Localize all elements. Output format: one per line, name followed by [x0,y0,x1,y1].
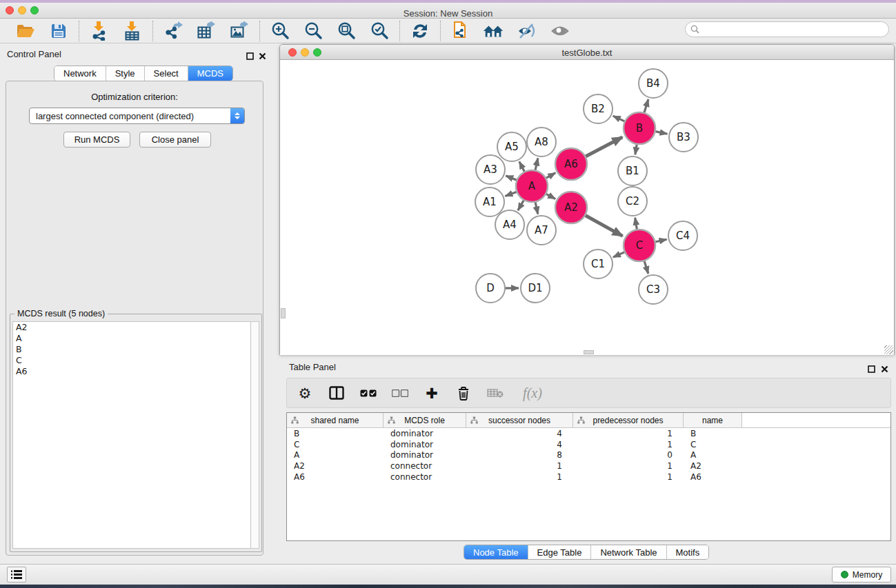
task-history-button[interactable] [7,567,26,582]
function-builder-icon[interactable]: f(x) [519,385,546,401]
float-panel-icon[interactable] [246,50,254,63]
open-file-icon[interactable] [14,21,37,41]
import-network-icon[interactable] [88,21,110,41]
table-float-panel-icon[interactable] [868,363,875,376]
network-resize-grip[interactable] [884,345,893,354]
tab-select[interactable]: Select [145,66,188,81]
table-row[interactable]: A6connector11A6 [287,472,890,483]
node-A6[interactable]: A6 [555,148,587,180]
save-session-icon[interactable] [48,21,70,41]
tab-style[interactable]: Style [106,66,145,81]
node-D1[interactable]: D1 [521,274,550,303]
network-vertical-scroll-indicator[interactable] [281,308,286,318]
export-table-icon[interactable] [195,21,217,41]
table-row[interactable]: Bdominator41B [287,428,890,439]
import-table-icon[interactable] [121,21,143,41]
search-input[interactable] [703,25,879,34]
edge-C-C3[interactable] [644,259,648,274]
node-A7[interactable]: A7 [527,216,556,245]
node-B2[interactable]: B2 [584,94,613,123]
node-A[interactable]: A [516,170,548,202]
zoom-selected-icon[interactable] [368,21,390,41]
column-header-MCDS-role[interactable]: MCDS role [384,413,466,427]
node-A1[interactable]: A1 [475,187,504,216]
memory-button[interactable]: Memory [832,567,891,582]
mcds-result-item[interactable]: B [13,344,250,355]
node-label: D1 [528,282,542,294]
select-all-checkboxes-icon[interactable] [360,385,377,401]
node-A4[interactable]: A4 [495,210,524,239]
close-panel-icon[interactable] [259,50,266,63]
tab-network-table[interactable]: Network Table [591,545,666,559]
cell-predecessor-nodes: 1 [573,472,684,482]
zoom-fit-icon[interactable] [335,21,357,41]
mcds-result-item[interactable]: A2 [13,322,250,333]
cell-name: C [684,440,742,449]
zoom-out-icon[interactable] [302,21,324,41]
tab-network[interactable]: Network [54,66,106,81]
table-row[interactable]: A2connector11A2 [287,460,890,472]
node-C4[interactable]: C4 [668,221,697,250]
mcds-result-item[interactable]: A [13,333,250,344]
column-layout-icon[interactable] [328,385,345,401]
deselect-all-checkboxes-icon[interactable] [392,385,408,401]
delete-table-icon[interactable] [487,385,504,401]
column-header-shared-name[interactable]: shared name [287,413,384,427]
column-header-name[interactable]: name [684,413,742,427]
node-B4[interactable]: B4 [639,69,668,98]
edge-A6-B[interactable] [584,137,623,157]
criterion-dropdown[interactable]: largest connected component (directed) [29,108,245,124]
duplicate-network-icon[interactable] [450,21,472,41]
edge-B-B4[interactable] [644,99,648,114]
mcds-result-list[interactable]: A2ABCA6 [12,321,251,549]
node-A5[interactable]: A5 [497,132,526,161]
refresh-icon[interactable] [409,21,431,41]
node-B1[interactable]: B1 [618,156,647,185]
cell-predecessor-nodes: 1 [573,429,684,438]
network-canvas-area[interactable]: B4B2BB3A8A5A6A3B1AC2A1A2A4A7C4CC1DD1C3 [280,60,894,355]
edge-A2-C[interactable] [584,214,622,236]
node-D[interactable]: D [476,274,505,303]
node-B3[interactable]: B3 [669,123,698,152]
node-A2[interactable]: A2 [555,192,587,223]
table-row[interactable]: Cdominator41C [287,439,890,450]
result-list-scrollbar[interactable] [250,321,259,549]
delete-column-icon[interactable] [455,385,472,401]
run-mcds-button[interactable]: Run MCDS [63,132,130,148]
export-image-icon[interactable] [228,21,250,41]
tab-edge-table[interactable]: Edge Table [528,545,592,559]
control-panel-title: Control Panel [7,49,61,59]
mcds-result-item[interactable]: C [13,355,250,366]
hide-selected-icon[interactable] [516,21,538,41]
node-table[interactable]: shared nameMCDS rolesuccessor nodesprede… [286,412,891,541]
tab-motifs[interactable]: Motifs [667,545,709,559]
tab-mcds[interactable]: MCDS [188,66,232,81]
network-window-titlebar[interactable]: testGlobe.txt [280,45,894,60]
node-A8[interactable]: A8 [527,128,556,156]
network-horizontal-scroll-indicator[interactable] [584,350,594,354]
node-B[interactable]: B [624,112,655,144]
home-icon[interactable] [483,21,505,41]
node-A3[interactable]: A3 [476,155,505,184]
status-bar [0,564,896,585]
table-close-panel-icon[interactable] [881,363,888,376]
export-network-icon[interactable] [162,21,184,41]
table-row[interactable]: Adominator80A [287,449,890,460]
tab-node-table[interactable]: Node Table [464,545,528,559]
memory-status-icon [841,571,848,578]
node-C2[interactable]: C2 [618,187,647,216]
column-header-predecessor-nodes[interactable]: predecessor nodes [573,413,684,427]
zoom-in-icon[interactable] [269,21,291,41]
node-C1[interactable]: C1 [584,250,613,278]
add-column-icon[interactable]: ✚ [424,385,440,401]
search-box[interactable] [685,21,889,37]
node-C3[interactable]: C3 [639,275,668,304]
column-header-successor-nodes[interactable]: successor nodes [466,413,573,427]
node-C[interactable]: C [624,230,655,261]
network-canvas: B4B2BB3A8A5A6A3B1AC2A1A2A4A7C4CC1DD1C3 [280,60,894,355]
table-header-row: shared nameMCDS rolesuccessor nodesprede… [287,413,890,428]
show-all-icon[interactable] [549,21,571,41]
table-settings-gear-icon[interactable]: ⚙ [297,385,313,401]
close-panel-button[interactable]: Close panel [139,132,211,148]
mcds-result-item[interactable]: A6 [13,366,250,377]
